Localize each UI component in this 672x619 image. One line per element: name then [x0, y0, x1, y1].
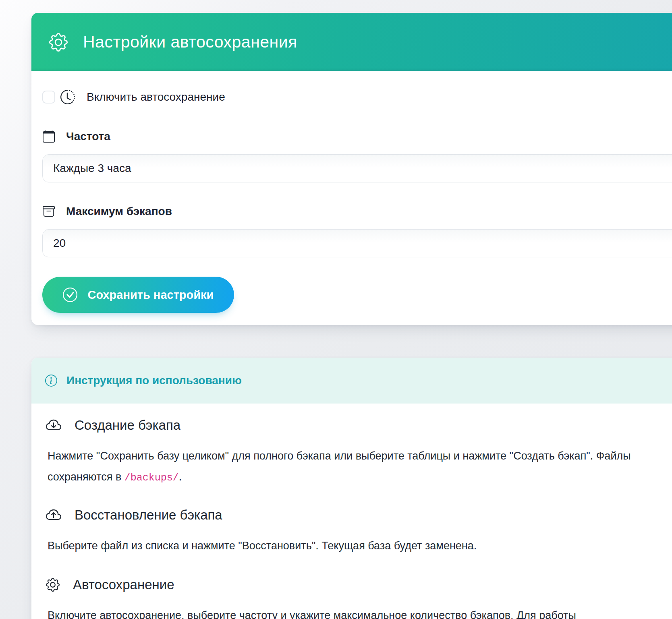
settings-card-header: Настройки автосохранения	[31, 13, 672, 71]
settings-card-title: Настройки автосохранения	[83, 33, 297, 52]
max-backups-input[interactable]	[42, 229, 672, 257]
max-backups-label: Максимум бэкапов	[66, 205, 172, 218]
clock-history-icon	[60, 90, 75, 104]
max-backups-label-row: Максимум бэкапов	[43, 203, 672, 220]
instructions-card-header: Инструкция по использованию	[31, 358, 672, 404]
paragraph-text: .	[179, 471, 182, 483]
instructions-card-title: Инструкция по использованию	[66, 374, 242, 387]
save-settings-button-label: Сохранить настройки	[88, 288, 214, 302]
autosave-checkbox[interactable]	[42, 91, 55, 104]
section-heading: Создание бэкапа	[75, 418, 180, 433]
autosave-toggle-row: Включить автосохранение	[42, 88, 672, 106]
paragraph-line: Выберите файл из списка и нажмите "Восст…	[48, 535, 672, 556]
frequency-select[interactable]: Каждые 3 часа	[42, 154, 672, 182]
paragraph-line: сохраняются в /backups/.	[48, 466, 672, 489]
section-paragraph: Включите автосохранение, выберите частот…	[48, 605, 672, 619]
paragraph-line: Нажмите "Сохранить базу целиком" для пол…	[48, 445, 672, 466]
section-paragraph: Нажмите "Сохранить базу целиком" для пол…	[48, 445, 672, 489]
section-heading: Восстановление бэкапа	[75, 507, 222, 523]
section-autosave: Автосохранение	[46, 575, 672, 594]
autosave-checkbox-label: Включить автосохранение	[87, 91, 225, 104]
paragraph-text: сохраняются в	[48, 471, 124, 483]
cloud-arrow-down-icon	[46, 418, 61, 433]
check-circle-icon	[63, 288, 77, 302]
frequency-label: Частота	[66, 130, 110, 143]
section-heading: Автосохранение	[73, 577, 174, 592]
section-paragraph: Выберите файл из списка и нажмите "Восст…	[48, 535, 672, 556]
calendar-icon	[43, 130, 55, 143]
gear-icon	[46, 578, 60, 592]
section-create-backup: Создание бэкапа	[46, 416, 672, 435]
autosave-settings-card: Настройки автосохранения Включить автосо…	[31, 13, 672, 325]
paragraph-line: Включите автосохранение, выберите частот…	[48, 605, 672, 619]
cloud-arrow-up-icon	[46, 507, 61, 523]
save-settings-button[interactable]: Сохранить настройки	[42, 277, 234, 313]
section-restore-backup: Восстановление бэкапа	[46, 505, 672, 525]
info-circle-icon	[45, 375, 57, 387]
instructions-card: Инструкция по использованию Создание бэк…	[31, 358, 672, 619]
archive-icon	[43, 205, 55, 217]
frequency-label-row: Частота	[43, 128, 672, 145]
inline-code: /backups/	[124, 472, 179, 484]
gear-icon	[49, 33, 68, 52]
